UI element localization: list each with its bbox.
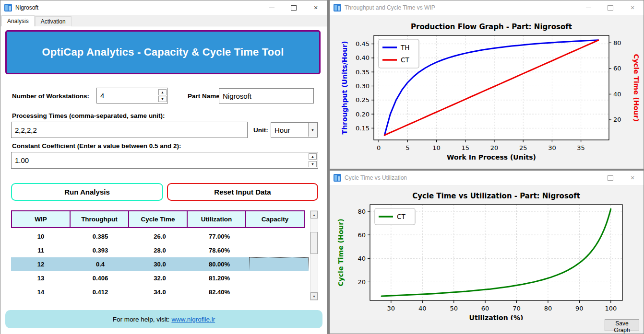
save-graph-button[interactable]: Save Graph [605, 319, 639, 331]
table-cell[interactable]: 14 [11, 285, 71, 299]
table-row[interactable]: 140.41234.082.40% [11, 285, 309, 299]
table-cell[interactable]: 82.40% [190, 285, 249, 299]
part-name-label: Part Name: [188, 92, 222, 100]
help-link[interactable]: www.nigrofile.ir [171, 316, 215, 323]
column-header[interactable]: Capacity [245, 210, 305, 228]
table-body: 100.38526.077.00%110.39328.078.60%120.43… [11, 230, 309, 299]
table-cell[interactable] [249, 271, 309, 285]
spin-up-icon: ▲ [311, 155, 314, 158]
part-name-input[interactable]: Nigrosoft [219, 88, 314, 104]
svg-text:0: 0 [377, 144, 381, 151]
column-header[interactable]: Utilization [187, 210, 246, 228]
scroll-up-button[interactable]: ▲ [310, 211, 318, 219]
close-button[interactable]: ✕ [621, 171, 644, 185]
unit-dropdown-button[interactable]: ▼ [308, 123, 317, 137]
close-button[interactable]: ✕ [305, 0, 327, 15]
maximize-button[interactable] [599, 0, 621, 15]
minimize-icon [269, 8, 274, 8]
table-cell[interactable]: 78.60% [190, 243, 249, 257]
unit-dropdown[interactable]: Hour ▼ [271, 122, 318, 138]
processing-times-label: Processing Times (comma-separated, same … [12, 112, 165, 119]
svg-text:25: 25 [519, 144, 527, 151]
tab-bar: Analysis Activation [0, 15, 327, 26]
utilization-chart-window: Cycle Time vs Utilization ✕ 304050607080… [329, 170, 644, 334]
table-row[interactable]: 110.39328.078.60% [11, 243, 309, 257]
table-cell[interactable]: 77.00% [190, 230, 249, 243]
coefficient-value: 1.00 [15, 156, 29, 164]
table-row[interactable]: 100.38526.077.00% [11, 230, 309, 243]
svg-text:70: 70 [513, 305, 521, 312]
scroll-down-button[interactable]: ▼ [310, 292, 318, 300]
minimize-icon [586, 8, 591, 8]
column-header[interactable]: Cycle Time [128, 210, 188, 228]
minimize-button[interactable] [261, 0, 283, 15]
chart-toolbar: Save Graph [330, 320, 643, 333]
run-analysis-button[interactable]: Run Analysis [11, 183, 163, 201]
close-icon: ✕ [630, 5, 634, 11]
table-cell[interactable]: 26.0 [130, 230, 190, 243]
table-cell[interactable]: 0.385 [71, 230, 130, 243]
coefficient-spinbox[interactable]: 1.00 ▲ ▼ [11, 152, 318, 169]
table-cell[interactable]: 0.406 [71, 271, 130, 285]
tab-analysis[interactable]: Analysis [1, 15, 35, 26]
unit-label: Unit: [253, 127, 268, 134]
chart-titlebar[interactable]: Throughput and Cycle Time vs WIP ✕ [330, 0, 644, 15]
part-name-value: Nigrosoft [223, 92, 251, 100]
window-title: Nigrosoft [15, 4, 38, 11]
column-header[interactable]: WIP [11, 210, 71, 228]
maximize-button[interactable] [599, 171, 621, 185]
reset-input-button[interactable]: Reset Input Data [167, 183, 318, 201]
table-row[interactable]: 130.40632.081.20% [11, 271, 309, 285]
svg-text:40: 40 [358, 255, 366, 262]
tab-activation[interactable]: Activation [35, 16, 72, 26]
table-cell[interactable]: 28.0 [130, 243, 190, 257]
table-cell[interactable]: 30.0 [130, 257, 190, 271]
svg-text:30: 30 [387, 305, 395, 312]
column-header[interactable]: Throughput [70, 210, 129, 228]
table-cell[interactable]: 13 [11, 271, 71, 285]
minimize-button[interactable] [577, 171, 599, 185]
table-cell[interactable]: 0.393 [71, 243, 130, 257]
svg-text:CT: CT [401, 56, 409, 64]
svg-text:0.45: 0.45 [356, 40, 370, 47]
table-cell[interactable]: 10 [11, 230, 71, 243]
throughput-chart-window: Throughput and Cycle Time vs WIP ✕ 05101… [329, 0, 644, 169]
spin-up-button[interactable]: ▲ [309, 153, 317, 160]
table-cell[interactable]: 80.00% [190, 257, 249, 271]
minimize-button[interactable] [577, 0, 599, 15]
table-cell[interactable]: 0.4 [71, 257, 130, 271]
maximize-button[interactable] [283, 0, 305, 15]
table-cell[interactable]: 11 [11, 243, 71, 257]
workstations-spin-buttons: ▲ ▼ [158, 89, 167, 102]
scrollbar-thumb[interactable] [310, 232, 318, 254]
table-cell[interactable] [249, 285, 309, 299]
maximize-icon [291, 5, 297, 11]
spin-up-button[interactable]: ▲ [158, 89, 167, 95]
processing-times-input[interactable]: 2,2,2,2 [11, 122, 248, 138]
window-controls: ✕ [577, 171, 644, 185]
spin-down-button[interactable]: ▼ [158, 96, 167, 102]
table-cell[interactable]: 81.20% [190, 271, 249, 285]
workstations-label: Number of Workstations: [12, 92, 89, 100]
table-cell[interactable] [249, 257, 309, 271]
table-cell[interactable]: 12 [11, 257, 71, 271]
spin-down-button[interactable]: ▼ [309, 161, 317, 167]
analysis-tab-content: OptiCap Analytics - Capacity & Cycle Tim… [0, 26, 327, 334]
table-scrollbar[interactable]: ▲ ▼ [310, 210, 318, 300]
svg-text:100: 100 [605, 305, 617, 312]
production-flow-chart: 051015202530350.150.200.250.300.350.400.… [330, 15, 644, 169]
table-cell[interactable]: 0.412 [71, 285, 130, 299]
table-row[interactable]: 120.430.080.00% [11, 257, 309, 271]
table-cell[interactable]: 34.0 [130, 285, 190, 299]
workstations-spinbox[interactable]: 4 ▲ ▼ [96, 88, 168, 104]
table-cell[interactable] [249, 230, 309, 243]
table-cell[interactable] [249, 243, 309, 257]
close-button[interactable]: ✕ [621, 0, 644, 15]
svg-text:80: 80 [544, 305, 552, 312]
chart-titlebar[interactable]: Cycle Time vs Utilization ✕ [330, 171, 644, 185]
table-cell[interactable]: 32.0 [130, 271, 190, 285]
main-titlebar[interactable]: Nigrosoft ✕ [0, 0, 327, 15]
svg-text:0.35: 0.35 [356, 69, 370, 76]
main-window: Nigrosoft ✕ Analysis Activation OptiCap … [0, 0, 327, 334]
svg-text:50: 50 [450, 305, 458, 312]
